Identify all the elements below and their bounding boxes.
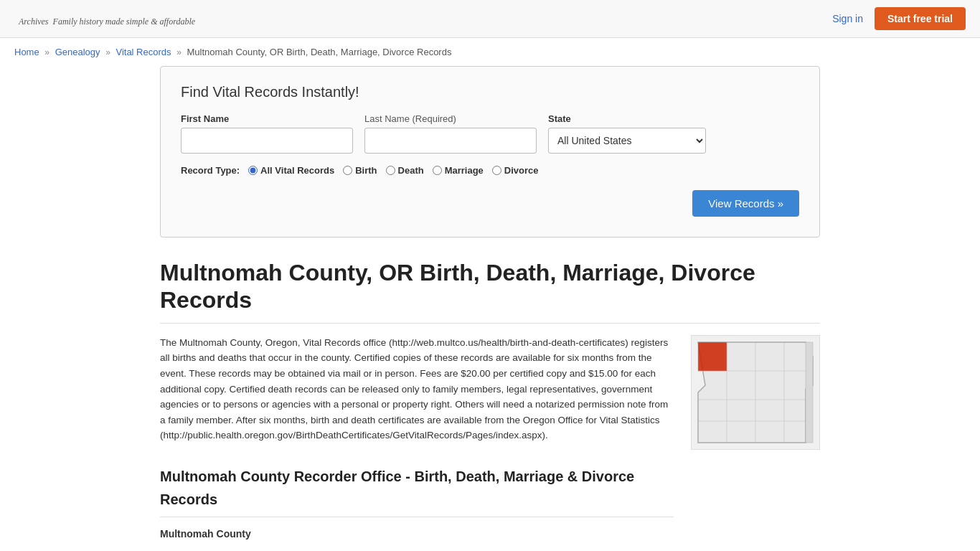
last-name-label: Last Name (Required) — [364, 113, 537, 124]
record-type-divorce-radio[interactable] — [492, 166, 501, 175]
breadcrumb-current: Multnomah County, OR Birth, Death, Marri… — [187, 47, 451, 57]
search-form: Find Vital Records Instantly! First Name… — [160, 66, 820, 237]
record-type-birth[interactable]: Birth — [343, 165, 377, 176]
page-description: The Multnomah County, Oregon, Vital Reco… — [160, 335, 674, 443]
start-trial-button[interactable]: Start free trial — [875, 7, 966, 30]
record-type-marriage-radio[interactable] — [433, 166, 442, 175]
main-content: Find Vital Records Instantly! First Name… — [146, 66, 834, 551]
last-name-group: Last Name (Required) — [364, 113, 537, 154]
record-type-divorce[interactable]: Divorce — [492, 165, 539, 176]
recorder-heading: Multnomah County Recorder Office - Birth… — [160, 465, 674, 517]
record-type-row: Record Type: All Vital Records Birth Dea… — [181, 165, 799, 176]
first-name-input[interactable] — [181, 128, 353, 154]
oregon-map-svg — [691, 335, 820, 450]
logo-tagline: Family history made simple & affordable — [53, 17, 196, 27]
content-area: The Multnomah County, Oregon, Vital Reco… — [160, 335, 820, 551]
first-name-label: First Name — [181, 113, 353, 124]
record-type-death[interactable]: Death — [386, 165, 424, 176]
page-header: ArchivesFamily history made simple & aff… — [0, 0, 980, 38]
svg-rect-8 — [806, 342, 813, 443]
state-label: State — [548, 113, 706, 124]
state-select[interactable]: All United States Alabama Alaska Arizona… — [548, 128, 706, 154]
county-name: Multnomah County — [160, 526, 674, 542]
record-type-all-radio[interactable] — [248, 166, 258, 175]
breadcrumb-sep-3: » — [176, 47, 182, 57]
svg-rect-7 — [698, 342, 727, 371]
breadcrumb: Home » Genealogy » Vital Records » Multn… — [0, 38, 980, 66]
breadcrumb-vital-records[interactable]: Vital Records — [116, 47, 171, 57]
content-text: The Multnomah County, Oregon, Vital Reco… — [160, 335, 674, 551]
search-form-title: Find Vital Records Instantly! — [181, 84, 799, 100]
search-fields-row: First Name Last Name (Required) State Al… — [181, 113, 799, 154]
oregon-map-container — [691, 335, 820, 551]
breadcrumb-home[interactable]: Home — [14, 47, 39, 57]
breadcrumb-sep-2: » — [105, 47, 110, 57]
record-type-label: Record Type: — [181, 165, 240, 176]
state-group: State All United States Alabama Alaska A… — [548, 113, 706, 154]
record-type-marriage[interactable]: Marriage — [433, 165, 484, 176]
breadcrumb-sep-1: » — [44, 47, 50, 57]
page-title: Multnomah County, OR Birth, Death, Marri… — [160, 259, 820, 324]
breadcrumb-genealogy[interactable]: Genealogy — [55, 47, 100, 57]
record-type-birth-radio[interactable] — [343, 166, 352, 175]
header-left: ArchivesFamily history made simple & aff… — [14, 8, 195, 29]
view-records-button[interactable]: View Records » — [692, 190, 799, 217]
sign-in-link[interactable]: Sign in — [832, 13, 863, 24]
archives-logo: ArchivesFamily history made simple & aff… — [14, 8, 195, 29]
last-name-input[interactable] — [364, 128, 537, 154]
header-right: Sign in Start free trial — [832, 7, 966, 30]
record-type-all[interactable]: All Vital Records — [248, 165, 334, 176]
first-name-group: First Name — [181, 113, 353, 154]
record-type-death-radio[interactable] — [386, 166, 395, 175]
logo-text: Archives — [19, 17, 49, 27]
